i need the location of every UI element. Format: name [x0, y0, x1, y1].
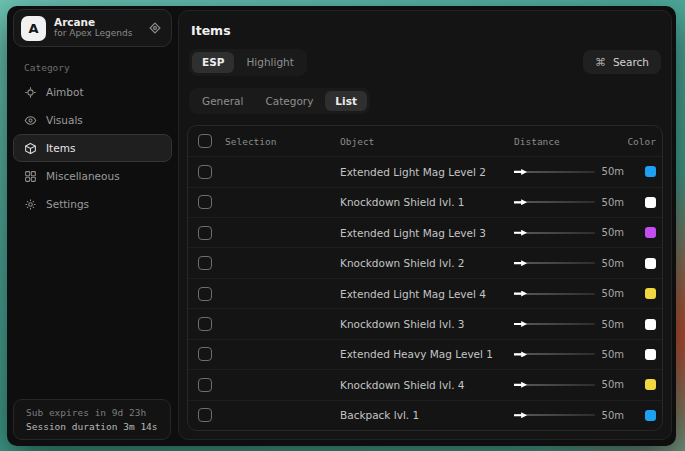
slider-thumb[interactable] — [514, 321, 527, 327]
main-panel: Items ESPHighlight ⌘ Search GeneralCateg… — [178, 10, 672, 440]
color-swatch[interactable] — [645, 319, 656, 330]
sidebar-item-aimbot[interactable]: Aimbot — [13, 78, 172, 106]
cell-distance: 50m — [508, 227, 624, 238]
sidebar-item-label: Items — [46, 142, 75, 154]
object-label: Knockdown Shield lvl. 2 — [340, 257, 508, 269]
sidebar-item-label: Aimbot — [46, 86, 84, 98]
row-checkbox[interactable] — [198, 378, 212, 392]
row-checkbox[interactable] — [198, 347, 212, 361]
slider-thumb[interactable] — [514, 291, 527, 297]
cell-color — [624, 258, 662, 269]
cell-color — [624, 349, 662, 360]
distance-slider[interactable] — [514, 258, 595, 268]
search-button[interactable]: ⌘ Search — [583, 50, 661, 74]
object-label: Extended Light Mag Level 4 — [340, 288, 508, 300]
color-swatch[interactable] — [645, 197, 656, 208]
distance-value: 50m — [602, 288, 624, 299]
cell-selection — [188, 378, 340, 392]
cell-distance: 50m — [508, 288, 624, 299]
distance-value: 50m — [602, 319, 624, 330]
sidebar-item-label: Settings — [46, 198, 89, 210]
row-checkbox[interactable] — [198, 256, 212, 270]
tab-esp[interactable]: ESP — [192, 52, 234, 73]
session-duration-text: Session duration 3m 14s — [26, 421, 158, 432]
table-row: Extended Light Mag Level 350m — [188, 217, 662, 247]
row-checkbox[interactable] — [198, 317, 212, 331]
cell-color — [624, 288, 662, 299]
sidebar-item-miscellaneous[interactable]: Miscellaneous — [13, 162, 172, 190]
color-swatch[interactable] — [645, 166, 656, 177]
subtab-general[interactable]: General — [192, 91, 253, 112]
distance-slider[interactable] — [514, 410, 595, 420]
row-checkbox[interactable] — [198, 408, 212, 422]
sidebar-item-items[interactable]: Items — [13, 134, 172, 162]
distance-value: 50m — [602, 410, 624, 421]
row-checkbox[interactable] — [198, 195, 212, 209]
cell-distance: 50m — [508, 197, 624, 208]
color-swatch[interactable] — [645, 227, 656, 238]
pin-icon[interactable] — [148, 21, 162, 35]
color-swatch[interactable] — [645, 288, 656, 299]
row-checkbox[interactable] — [198, 165, 212, 179]
slider-thumb[interactable] — [514, 382, 527, 388]
object-label: Knockdown Shield lvl. 4 — [340, 379, 508, 391]
color-swatch[interactable] — [645, 379, 656, 390]
eye-icon — [24, 114, 37, 127]
session-info-card: Sub expires in 9d 23h Session duration 3… — [13, 399, 171, 440]
app-titles: Arcane for Apex Legends — [54, 17, 132, 39]
distance-slider[interactable] — [514, 228, 595, 238]
distance-slider[interactable] — [514, 289, 595, 299]
table-row: Knockdown Shield lvl. 150m — [188, 187, 662, 217]
row-checkbox[interactable] — [198, 287, 212, 301]
distance-slider[interactable] — [514, 380, 595, 390]
sidebar-nav: AimbotVisualsItemsMiscellaneousSettings — [7, 78, 178, 218]
object-label: Knockdown Shield lvl. 3 — [340, 318, 508, 330]
subtab-category[interactable]: Category — [255, 91, 323, 112]
cell-distance: 50m — [508, 258, 624, 269]
sub-expiry-text: Sub expires in 9d 23h — [26, 407, 158, 418]
sidebar-item-settings[interactable]: Settings — [13, 190, 172, 218]
cell-distance: 50m — [508, 349, 624, 360]
slider-thumb[interactable] — [514, 199, 527, 205]
color-swatch[interactable] — [645, 258, 656, 269]
slider-thumb[interactable] — [514, 351, 527, 357]
table-row: Knockdown Shield lvl. 250m — [188, 247, 662, 277]
distance-value: 50m — [602, 349, 624, 360]
app-subtitle: for Apex Legends — [54, 29, 132, 39]
slider-thumb[interactable] — [514, 230, 527, 236]
crosshair-icon — [24, 86, 37, 99]
cell-distance: 50m — [508, 410, 624, 421]
cell-color — [624, 410, 662, 421]
cell-color — [624, 197, 662, 208]
distance-value: 50m — [602, 379, 624, 390]
cell-selection — [188, 165, 340, 179]
tab-highlight[interactable]: Highlight — [236, 52, 303, 73]
logo-letter: A — [28, 21, 38, 36]
table-body: Extended Light Mag Level 250mKnockdown S… — [188, 156, 662, 430]
page-title: Items — [191, 23, 663, 38]
app-logo: A — [21, 16, 46, 41]
slider-thumb[interactable] — [514, 412, 527, 418]
cell-color — [624, 379, 662, 390]
distance-slider[interactable] — [514, 197, 595, 207]
row-checkbox[interactable] — [198, 226, 212, 240]
select-all-checkbox[interactable] — [198, 134, 212, 148]
sidebar-item-visuals[interactable]: Visuals — [13, 106, 172, 134]
header-cell-selection: Selection — [188, 134, 340, 148]
cell-selection — [188, 287, 340, 301]
slider-thumb[interactable] — [514, 169, 527, 175]
slider-thumb[interactable] — [514, 260, 527, 266]
distance-slider[interactable] — [514, 167, 595, 177]
subtab-list[interactable]: List — [325, 91, 367, 112]
cell-selection — [188, 195, 340, 209]
distance-slider[interactable] — [514, 319, 595, 329]
distance-slider[interactable] — [514, 349, 595, 359]
table-row: Extended Heavy Mag Level 150m — [188, 339, 662, 369]
color-swatch[interactable] — [645, 410, 656, 421]
toolbar: ESPHighlight ⌘ Search — [189, 49, 661, 76]
cell-color — [624, 227, 662, 238]
mode-tab-group: ESPHighlight — [189, 49, 307, 76]
cheat-menu-window: A Arcane for Apex Legends Category Aimbo… — [7, 6, 676, 446]
header-cell-object: Object — [340, 136, 508, 147]
color-swatch[interactable] — [645, 349, 656, 360]
